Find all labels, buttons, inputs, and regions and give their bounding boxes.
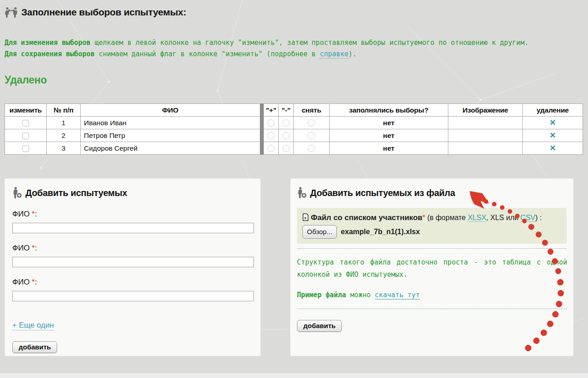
download-example-link[interactable]: скачать тут: [375, 291, 420, 299]
svg-text:x: x: [304, 216, 306, 220]
file-field-label: Файл со списком участников: [311, 213, 422, 222]
browse-button[interactable]: Обзор...: [302, 225, 337, 239]
excel-file-icon: x: [302, 213, 309, 221]
required-asterisk: *: [32, 210, 35, 218]
filled-status: нет: [330, 117, 448, 129]
plus-radio[interactable]: [267, 119, 275, 127]
edit-checkbox[interactable]: [22, 145, 29, 152]
col-header-num: № п/п: [47, 104, 81, 117]
col-header-filled: заполнялись выборы?: [330, 104, 448, 117]
column-divider-bar: [260, 117, 264, 129]
add-from-file-title: Добавить испытуемых из файла: [297, 187, 567, 199]
required-asterisk: *: [32, 244, 35, 252]
col-header-name: ФИО: [81, 104, 260, 117]
table-row: 2 Петров Петр нет ✕: [5, 129, 583, 142]
col-header-image: Изображение: [448, 104, 523, 117]
table-row: 1 Иванов Иван нет ✕: [5, 117, 583, 129]
col-header-remove: снять: [294, 104, 330, 117]
row-number: 2: [47, 129, 81, 142]
xlsx-format-link[interactable]: XLSX: [468, 214, 486, 222]
deleted-heading: Удалено: [5, 74, 47, 86]
person-add-icon: [12, 187, 22, 199]
fio-label: ФИО *:: [12, 210, 253, 219]
add-one-more-link[interactable]: + Еще один: [12, 321, 54, 330]
fio-input-3[interactable]: [12, 291, 254, 301]
divider: [297, 248, 567, 249]
subjects-table: изменить № п/п ФИО "+" "-" снять заполня…: [5, 103, 583, 155]
add-from-file-panel: Добавить испытуемых из файла x Файл со с…: [290, 178, 573, 356]
plus-radio[interactable]: [267, 145, 275, 152]
page: Заполнение выборов испытуемых: Для измен…: [0, 0, 588, 378]
edit-checkbox[interactable]: [22, 120, 29, 127]
fio-label: ФИО *:: [12, 278, 253, 287]
column-divider-bar: [260, 104, 264, 117]
page-title: Заполнение выборов испытуемых:: [21, 7, 186, 18]
table-row: 3 Сидоров Сергей нет ✕: [5, 142, 583, 155]
delete-x-icon[interactable]: ✕: [549, 118, 556, 127]
people-exchange-icon: [5, 6, 18, 18]
col-header-plus: "+": [264, 104, 279, 117]
required-asterisk: *: [32, 278, 35, 286]
subject-name: Сидоров Сергей: [81, 142, 260, 155]
minus-radio[interactable]: [282, 145, 290, 152]
person-add-icon: [297, 187, 306, 199]
image-cell: [448, 129, 523, 142]
add-subjects-panel: Добавить испытуемых ФИО *: ФИО *: ФИО *:…: [5, 178, 261, 356]
fio-label: ФИО *:: [12, 244, 253, 253]
column-divider-bar: [260, 142, 264, 155]
image-cell: [448, 117, 523, 129]
table-header-row: изменить № п/п ФИО "+" "-" снять заполня…: [5, 104, 583, 117]
instruction-lead-2: Для сохранения выборов: [5, 50, 95, 58]
filled-status: нет: [330, 142, 448, 155]
delete-x-icon[interactable]: ✕: [549, 144, 556, 152]
add-from-file-button[interactable]: добавить: [297, 320, 342, 332]
col-header-minus: "-": [279, 104, 294, 117]
column-divider-bar: [260, 129, 264, 142]
csv-format-link[interactable]: CSV: [520, 214, 535, 222]
add-subjects-title: Добавить испытуемых: [12, 187, 253, 199]
col-header-delete: удаление: [523, 104, 583, 117]
selected-file-name: example_7b_n1(1).xlsx: [341, 228, 420, 236]
remove-radio[interactable]: [308, 119, 315, 127]
minus-radio[interactable]: [282, 119, 290, 127]
add-subjects-button[interactable]: добавить: [12, 341, 57, 353]
file-upload-box: x Файл со списком участников* (в формате…: [297, 208, 567, 244]
divider: [297, 309, 567, 309]
example-file-line: Пример файла можно скачать тут: [297, 291, 567, 299]
minus-radio[interactable]: [282, 132, 290, 139]
delete-x-icon[interactable]: ✕: [549, 131, 556, 140]
fio-input-2[interactable]: [12, 257, 254, 267]
col-header-edit: изменить: [5, 104, 47, 117]
edit-checkbox[interactable]: [22, 133, 29, 139]
filled-status: нет: [330, 129, 448, 142]
subject-name: Иванов Иван: [81, 117, 260, 129]
remove-radio[interactable]: [308, 132, 315, 139]
fio-input-1[interactable]: [12, 223, 254, 233]
remove-radio[interactable]: [308, 145, 315, 152]
image-cell: [448, 142, 523, 155]
plus-radio[interactable]: [267, 132, 275, 139]
page-header: Заполнение выборов испытуемых:: [5, 6, 186, 18]
file-structure-description: Структура такого файла достаточно проста…: [297, 256, 567, 281]
instructions: Для изменения выборов щелкаем в левой ко…: [5, 37, 586, 60]
subject-name: Петров Петр: [81, 129, 260, 142]
help-link[interactable]: справке: [320, 50, 348, 59]
row-number: 3: [47, 142, 81, 155]
instruction-lead-1: Для изменения выборов: [5, 39, 91, 47]
row-number: 1: [47, 117, 81, 129]
